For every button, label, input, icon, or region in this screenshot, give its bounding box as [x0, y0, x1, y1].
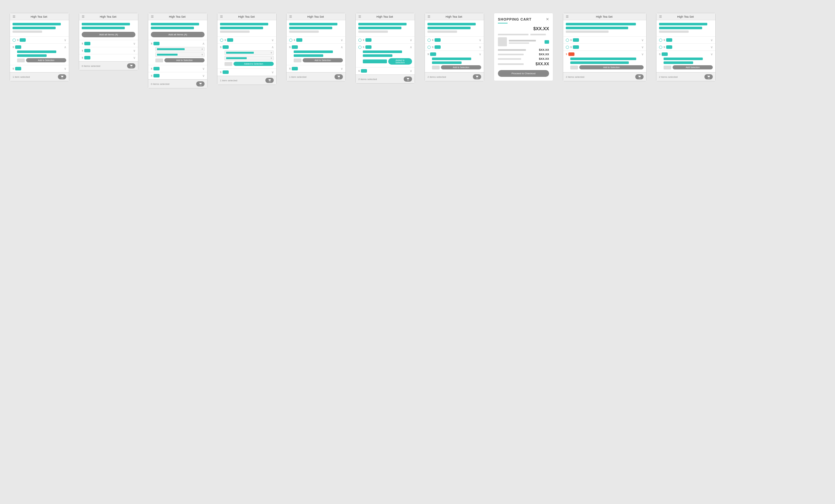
- radio-icon[interactable]: [13, 39, 16, 42]
- qty-input-4[interactable]: [225, 62, 232, 66]
- cart-button-6[interactable]: [404, 77, 412, 82]
- svg-point-11: [408, 80, 409, 81]
- price-badge: [20, 38, 26, 42]
- option-select-2[interactable]: ∨: [155, 52, 205, 57]
- svg-point-3: [132, 67, 133, 67]
- add-to-selection-btn-5[interactable]: Add to Selection: [303, 58, 343, 62]
- svg-point-13: [477, 78, 478, 79]
- frame-8: ☰ High Tea Set $: [563, 13, 647, 81]
- svg-point-6: [269, 81, 269, 82]
- product-row-3: $ ∨: [10, 65, 69, 72]
- frame-5-title: High Tea Set: [292, 15, 339, 18]
- hero-section-7: [425, 20, 484, 37]
- qty-input[interactable]: [17, 59, 25, 62]
- hamburger-icon-3[interactable]: ☰: [151, 15, 154, 18]
- cart-total: $XX.XX: [498, 26, 549, 31]
- cart-button-5[interactable]: [334, 74, 343, 79]
- cart-button-2[interactable]: [127, 63, 136, 68]
- prod-row-2-2: $ ∨: [79, 47, 138, 54]
- hamburger-icon-6[interactable]: ☰: [358, 15, 361, 18]
- svg-point-5: [201, 85, 202, 85]
- hero-bar-3: [13, 30, 42, 33]
- add-selection-btn[interactable]: Add to Selection: [579, 65, 644, 69]
- prod-row-9-2: $ ∨: [656, 44, 715, 51]
- prod-row-2-3: $ ∨: [79, 54, 138, 61]
- prod-row-4-exp: $ ∧ ∨ ∨: [218, 44, 276, 69]
- cart-button-4[interactable]: [265, 78, 274, 83]
- hamburger-icon[interactable]: ☰: [13, 15, 16, 18]
- svg-point-8: [338, 78, 339, 79]
- cart-divider: [498, 23, 508, 23]
- svg-point-2: [130, 67, 131, 67]
- qty-input-3[interactable]: [155, 59, 163, 62]
- prod-row-6-3: $ ∨: [356, 67, 414, 75]
- prod-row-3-2: $ ∨: [148, 65, 207, 72]
- frame-5: ☰ High Tea Set $ ∨ $: [286, 13, 346, 81]
- prod-row-5-1: $ ∨: [287, 37, 345, 44]
- cart-button-3[interactable]: [196, 81, 205, 86]
- added-btn-6[interactable]: Added to Selection: [388, 58, 412, 65]
- svg-point-17: [709, 78, 710, 79]
- hero-bar-2: [13, 27, 56, 29]
- items-selected-6: 2 items selected: [358, 78, 377, 81]
- add-all-btn-2[interactable]: Add all Items (4): [82, 32, 136, 37]
- prod-row-7-exp: $ ∨ Add to Selection: [425, 51, 484, 72]
- frame-9-header: ☰ High Tea Set: [656, 13, 715, 20]
- frame-6-title: High Tea Set: [361, 15, 408, 18]
- prod-row-3-3: $ ∨: [148, 72, 207, 79]
- frame-9: ☰ High Tea Set $ ∨ $: [656, 13, 716, 81]
- frame-6: ☰ High Tea Set $ ∨ $: [355, 13, 415, 84]
- svg-point-9: [339, 78, 340, 79]
- prod-row-2-1: $ ∨: [79, 40, 138, 47]
- cart-button[interactable]: [58, 74, 66, 79]
- add-all-btn-3[interactable]: Add all Items (4): [151, 32, 205, 37]
- hamburger-icon-4[interactable]: ☰: [220, 15, 223, 18]
- frame-footer-4: 1 item selected: [218, 76, 276, 85]
- cart-button-7[interactable]: [473, 74, 481, 79]
- frame-1: ☰ High Tea Set $ ∨ $: [9, 13, 69, 81]
- product-row-2-expanded: $ ∧ Add to Selection: [10, 44, 69, 65]
- frame-footer-9: 2 items selected: [656, 72, 715, 81]
- hero-section-2: Add all Items (4): [79, 20, 138, 40]
- frame-footer-6: 2 items selected: [356, 75, 414, 83]
- hamburger-icon-9[interactable]: ☰: [659, 15, 662, 18]
- hamburger-icon-2[interactable]: ☰: [82, 15, 85, 18]
- items-selected-8: 2 items selected: [566, 76, 585, 79]
- chevron-up[interactable]: ∧: [64, 45, 66, 49]
- frame-footer-3: 0 items selected: [148, 79, 207, 88]
- cart-item-thumb: [498, 37, 507, 46]
- cart-item-1: [498, 37, 549, 46]
- chevron-down-3[interactable]: ∨: [64, 67, 66, 70]
- frame-footer-7: 2 items selected: [425, 72, 484, 81]
- cart-button-9[interactable]: [705, 74, 713, 79]
- chevron-down[interactable]: ∨: [64, 38, 66, 42]
- hero-bar-1: [13, 23, 61, 25]
- checkout-btn[interactable]: Proceed to Checkout: [498, 70, 549, 77]
- qty-input-5[interactable]: [294, 59, 301, 62]
- added-to-selection-btn[interactable]: Added to Selection: [233, 62, 274, 66]
- price-badge-3: [15, 67, 21, 70]
- frame-footer-5: 1 item selected: [287, 72, 345, 81]
- option-select-1[interactable]: ∨: [155, 47, 205, 51]
- add-selection-btn-9[interactable]: Add Selection: [673, 65, 713, 69]
- frame-5-header: ☰ High Tea Set: [287, 13, 345, 20]
- close-cart-btn[interactable]: ✕: [546, 17, 549, 22]
- frame-3-header: ☰ High Tea Set: [148, 13, 207, 20]
- prod-row-5-exp: $ ∧ Add to Selection: [287, 44, 345, 65]
- add-btn-7[interactable]: Add to Selection: [441, 65, 481, 69]
- product-row-1: $ ∨: [10, 37, 69, 44]
- svg-point-12: [476, 78, 477, 79]
- cart-button-8[interactable]: [635, 74, 644, 79]
- add-btn-3[interactable]: Add to Selection: [164, 58, 205, 62]
- add-to-selection-btn[interactable]: Add to Selection: [26, 58, 66, 62]
- prod-row-6-1: $ ∨: [356, 37, 414, 44]
- hamburger-icon-5[interactable]: ☰: [289, 15, 292, 18]
- svg-point-1: [63, 78, 63, 79]
- prod-row-9-1: $ ∨: [656, 37, 715, 44]
- price-badge-2: [15, 45, 21, 49]
- hamburger-icon-7[interactable]: ☰: [427, 15, 430, 18]
- frame-2-header: ☰ High Tea Set: [79, 13, 138, 20]
- hero-section-3: Add all Items (4): [148, 20, 207, 40]
- frame-3: ☰ High Tea Set Add all Items (4) $ ∧: [148, 13, 207, 88]
- prod-row-3-exp: $ ∧ ∨ ∨: [148, 40, 207, 65]
